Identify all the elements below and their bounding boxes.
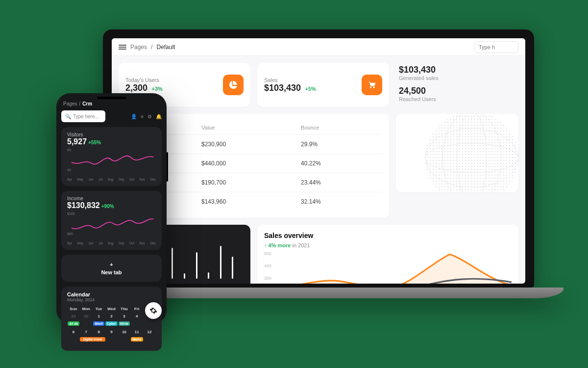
phone-bc-leaf[interactable]: Crm — [82, 101, 92, 106]
visitors-value: 5,927 — [67, 137, 87, 146]
calendar-title: Calendar — [67, 291, 156, 297]
event-chip[interactable]: Marke — [131, 337, 143, 342]
income-delta: +90% — [101, 204, 114, 209]
search-icon: 🔍 — [65, 114, 71, 119]
cart-icon[interactable] — [362, 75, 382, 95]
income-months: AprMayJunJulAugSepOctNovDec — [67, 241, 156, 245]
gear-icon[interactable]: ⚙ — [147, 114, 152, 119]
stat-users-label: Today's Users — [125, 77, 163, 83]
th-bounce: Bounce — [296, 121, 382, 135]
overview-chart: 500 400 300 200 — [264, 251, 512, 284]
topbar: Pages / Default — [112, 38, 525, 56]
hamburger-icon[interactable] — [119, 45, 126, 50]
svg-point-1 — [425, 114, 518, 192]
new-tab-button[interactable]: + New tab — [61, 255, 162, 282]
phone-toolbar: 🔍 Type here... 👤 ≡ ⚙ 🔔 — [61, 110, 162, 122]
visitors-label: Visitors — [67, 132, 156, 137]
sales-overview-card: Sales overview ↑ 4% more in 2021 500 400… — [257, 225, 518, 284]
phone-search-input[interactable]: 🔍 Type here... — [61, 110, 105, 122]
visitors-delta: +55% — [88, 140, 101, 145]
overview-title: Sales overview — [264, 232, 512, 239]
calendar-subtitle: Monday, 2024 — [67, 297, 156, 302]
generated-sales-label: Generated sales — [399, 75, 518, 81]
visitors-card: Visitors 5,927+55% 80 40 AprMayJunJulAug… — [61, 127, 162, 186]
calendar-row: 293012345 — [67, 313, 156, 320]
laptop-screen: Pages / Default Today's Users 2,300 +3% — [112, 38, 525, 284]
event-chip[interactable]: Digital event — [80, 337, 105, 342]
search-input[interactable] — [474, 41, 518, 53]
income-sparkline: $100 $60 — [67, 212, 156, 240]
settings-fab[interactable] — [145, 302, 162, 319]
breadcrumb-sep: / — [151, 44, 152, 51]
phone-bc-root[interactable]: Pages — [63, 101, 77, 106]
reached-users-label: Reached Users — [399, 96, 518, 102]
visitors-months: AprMayJunJulAugSepOctNovDec — [67, 178, 156, 181]
phone-device: Pages / Crm 🔍 Type here... 👤 ≡ ⚙ 🔔 Visit… — [56, 93, 167, 324]
event-chip[interactable]: Cyber — [105, 321, 117, 326]
right-metrics: $103,430 Generated sales 24,500 Reached … — [396, 63, 518, 107]
income-value: $130,832 — [67, 201, 100, 210]
bell-icon[interactable]: 🔔 — [156, 114, 162, 119]
generated-sales-value: $103,430 — [399, 65, 518, 75]
event-chip[interactable]: All da — [68, 321, 79, 326]
gear-icon — [149, 307, 157, 315]
th-value: Value — [196, 121, 296, 135]
calendar-events-row: All daMeetiCyberWinte — [67, 320, 156, 328]
plus-icon: + — [110, 262, 113, 267]
overview-subtitle: ↑ 4% more in 2021 — [264, 242, 512, 248]
income-card: Income $130,832+90% $100 $60 AprMayJunJu… — [61, 191, 162, 250]
stat-sales-delta: +5% — [305, 86, 316, 92]
phone-breadcrumb: Pages / Crm — [63, 101, 160, 106]
event-chip[interactable]: Winte — [119, 321, 130, 326]
dashboard-content: Today's Users 2,300 +3% Sales $103,430 +… — [112, 56, 525, 284]
pie-icon[interactable] — [223, 75, 244, 95]
event-chip[interactable]: Meeti — [93, 321, 104, 326]
visitors-sparkline: 80 40 — [67, 148, 156, 177]
stat-users-delta: +3% — [152, 86, 163, 92]
stat-users-value: 2,300 — [125, 83, 147, 93]
calendar-card: Calendar Monday, 2024 SunMonTueWedThuFri… — [61, 287, 162, 351]
arrow-up-icon: ↑ — [264, 242, 269, 248]
calendar-events-row: Digital eventMarke — [67, 336, 156, 344]
globe-card — [396, 114, 518, 192]
stat-sales-value: $103,430 — [264, 83, 301, 93]
income-label: Income — [67, 196, 156, 201]
calendar-dow: SunMonTueWedThuFriSat — [67, 305, 156, 313]
breadcrumb-leaf[interactable]: Default — [156, 44, 175, 51]
menu-icon[interactable]: ≡ — [141, 114, 144, 119]
calendar-row: 6789101112 — [67, 328, 156, 336]
stat-sales-label: Sales — [264, 77, 316, 83]
globe-icon — [423, 114, 518, 192]
user-icon[interactable]: 👤 — [131, 114, 137, 119]
breadcrumb-root[interactable]: Pages — [130, 44, 147, 51]
stat-card-sales: Sales $103,430 +5% — [257, 63, 389, 107]
reached-users-value: 24,500 — [399, 86, 518, 96]
